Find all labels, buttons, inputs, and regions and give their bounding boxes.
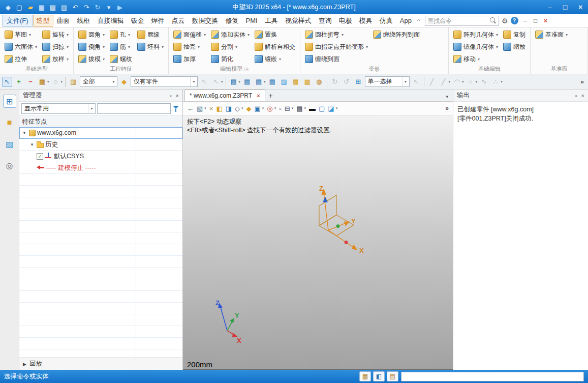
ribbon-item[interactable]: 镜像几何体▾ bbox=[451, 41, 500, 53]
dropdown-arrow-icon[interactable]: ▾ bbox=[241, 106, 243, 110]
search-input[interactable] bbox=[425, 17, 490, 24]
pick-all-icon[interactable]: ↖ bbox=[211, 77, 221, 87]
ribbon-item[interactable]: 抽壳▾ bbox=[171, 41, 208, 53]
ribbon-item[interactable]: 由指定点开始变形▾ bbox=[303, 41, 370, 53]
ribbon-item[interactable]: 分割▾ bbox=[209, 41, 252, 53]
combo-arrow-icon[interactable]: ▾ bbox=[402, 77, 409, 86]
ribbon-tab[interactable]: 曲面 bbox=[53, 15, 74, 27]
lasso-pick-icon[interactable]: ◌ bbox=[51, 77, 61, 87]
ribbon-item[interactable]: 拉伸 bbox=[3, 53, 39, 65]
datum-display-icon[interactable]: ⊟ bbox=[285, 105, 290, 112]
dialog-launcher-icon[interactable]: ◳ bbox=[244, 67, 249, 72]
document-tab[interactable]: * www.x6g.com.Z3PRT × bbox=[184, 90, 265, 101]
part-filter-combo[interactable]: 仅有零件▾ bbox=[131, 76, 198, 87]
ribbon-tab[interactable]: 点云 bbox=[168, 15, 189, 27]
dropdown-arrow-icon[interactable]: ▾ bbox=[264, 80, 266, 84]
dropdown-arrow-icon[interactable]: ▾ bbox=[336, 106, 338, 110]
entity-filter-combo[interactable]: 全部▾ bbox=[80, 76, 117, 87]
line-tool-icon[interactable]: ╱ bbox=[427, 77, 437, 87]
search-icon[interactable] bbox=[490, 17, 497, 24]
dropdown-arrow-icon[interactable]: ▾ bbox=[449, 80, 451, 84]
ribbon-tab[interactable]: 造型 bbox=[33, 15, 53, 27]
ribbon-tab[interactable]: 修复 bbox=[222, 15, 242, 27]
ribbon-tab[interactable]: 线框 bbox=[74, 15, 94, 27]
combo-arrow-icon[interactable]: ▾ bbox=[110, 77, 117, 86]
ribbon-item[interactable]: 镶嵌▾ bbox=[253, 53, 297, 65]
ribbon-tab[interactable]: 焊件 bbox=[148, 15, 168, 27]
pin-panel-icon[interactable]: ▫ bbox=[170, 93, 172, 99]
shade-mode-icon[interactable]: ◨ bbox=[226, 105, 232, 112]
ribbon-collapse-icon[interactable]: ^ bbox=[415, 18, 422, 24]
pick-guard-icon[interactable]: ◆ bbox=[119, 77, 129, 87]
combo-arrow-icon[interactable]: ▾ bbox=[88, 104, 95, 113]
spline-tool-icon[interactable]: ∿ bbox=[479, 77, 489, 87]
dropdown-arrow-icon[interactable]: ▾ bbox=[304, 106, 306, 110]
tree-search-input[interactable] bbox=[97, 103, 171, 114]
dropdown-arrow-icon[interactable]: ▾ bbox=[274, 106, 276, 110]
ribbon-tab[interactable]: 查询 bbox=[315, 15, 335, 27]
list-view-icon[interactable]: ▤ bbox=[267, 77, 277, 87]
ribbon-item[interactable]: 阵列几何体▾ bbox=[451, 28, 500, 41]
run-icon[interactable]: ▶ bbox=[115, 2, 125, 12]
ribbon-tab[interactable]: 工具 bbox=[261, 15, 282, 27]
list-filter-icon[interactable]: ▤ bbox=[229, 77, 239, 87]
dropdown-arrow-icon[interactable]: ▾ bbox=[292, 106, 294, 110]
plane-display-icon[interactable]: ▢ bbox=[319, 105, 325, 112]
datum-z-axis[interactable] bbox=[324, 193, 328, 230]
doc-minimize-button[interactable]: – bbox=[520, 17, 531, 24]
arc-tool-icon[interactable]: ◠ bbox=[452, 77, 462, 87]
ribbon-item[interactable]: 扫掠▾ bbox=[40, 41, 71, 53]
ribbon-item[interactable]: 倒角▾ bbox=[76, 41, 107, 53]
pick-grid-icon[interactable]: ⊞ bbox=[353, 77, 363, 87]
undo-icon[interactable]: ↶ bbox=[70, 2, 80, 12]
back-arrow-icon[interactable]: ← bbox=[187, 105, 194, 112]
tree-node[interactable]: ----- 建模停止 ----- bbox=[19, 162, 182, 174]
quick-access-dropdown-icon[interactable]: ▾ bbox=[104, 2, 114, 12]
dropdown-arrow-icon[interactable]: ▾ bbox=[262, 106, 264, 110]
new-tab-button[interactable]: + bbox=[265, 90, 276, 101]
new-file-icon[interactable]: ▢ bbox=[14, 2, 24, 12]
ribbon-tab[interactable]: 直接编辑 bbox=[94, 15, 128, 27]
layer-settings-icon[interactable]: ▩ bbox=[302, 77, 313, 87]
ribbon-tab[interactable]: 数据交换 bbox=[189, 15, 222, 27]
doc-restore-button[interactable]: □ bbox=[531, 17, 541, 24]
ribbon-item[interactable]: 复制 bbox=[501, 28, 528, 41]
ribbon-item[interactable]: 移动▾ bbox=[451, 53, 500, 65]
toolbar-overflow-chevron[interactable]: » bbox=[580, 78, 586, 85]
command-search[interactable] bbox=[425, 16, 499, 26]
material-display-icon[interactable]: ◪ bbox=[328, 105, 334, 112]
ribbon-tab[interactable]: 仿真 bbox=[376, 15, 396, 27]
viewport[interactable]: Z Y X Z Y X 按下<F2> 动态观 bbox=[183, 115, 453, 370]
ribbon-item[interactable]: 解析自相交 bbox=[253, 41, 297, 53]
pick-prev-icon[interactable]: ↖ bbox=[411, 77, 421, 87]
view-undo-icon[interactable]: ↺ bbox=[342, 77, 352, 87]
open-folder-icon[interactable]: ▰ bbox=[25, 2, 36, 12]
settings-gear-icon[interactable]: ⚙ bbox=[502, 17, 508, 25]
ribbon-item[interactable]: 唇缘 bbox=[135, 28, 166, 41]
tab-close-icon[interactable]: × bbox=[257, 93, 260, 99]
batch-plot-icon[interactable]: ▥ bbox=[59, 2, 69, 12]
dropdown-arrow-icon[interactable]: ▾ bbox=[476, 80, 478, 84]
expand-arrow-icon[interactable]: ▶ bbox=[23, 362, 26, 367]
tree-empty-area[interactable] bbox=[19, 174, 182, 358]
expand-arrow-icon[interactable]: ▾ bbox=[21, 130, 27, 135]
minimize-button[interactable]: – bbox=[542, 0, 558, 14]
ribbon-item[interactable]: 六面体▾ bbox=[3, 41, 39, 53]
filter-list-icon[interactable]: ▥ bbox=[68, 77, 78, 87]
display-attributes-icon[interactable]: ▧ bbox=[197, 105, 203, 112]
ribbon-tab[interactable]: 电极 bbox=[335, 15, 356, 27]
display-filter-combo[interactable]: 显示常用 ▾ bbox=[21, 103, 96, 114]
dropdown-arrow-icon[interactable]: ▾ bbox=[47, 80, 49, 84]
dropdown-arrow-icon[interactable]: ▾ bbox=[61, 80, 63, 84]
doc-close-button[interactable]: × bbox=[541, 17, 551, 24]
dropdown-arrow-icon[interactable]: ▾ bbox=[221, 80, 223, 84]
redo-icon[interactable]: ↷ bbox=[81, 2, 91, 12]
pick-list-icon[interactable]: ▦ bbox=[37, 77, 47, 87]
help-icon[interactable]: ? bbox=[511, 17, 518, 24]
assembly-panel-icon[interactable]: ■ bbox=[3, 116, 16, 129]
ribbon-item[interactable]: 草图▾ bbox=[3, 28, 39, 41]
ucs-icon[interactable]: ◍ bbox=[314, 77, 324, 87]
ribbon-item[interactable]: 加厚 bbox=[171, 53, 208, 65]
remove-from-selection-icon[interactable]: − bbox=[25, 77, 36, 87]
ribbon-item[interactable]: 螺纹 bbox=[108, 53, 134, 65]
